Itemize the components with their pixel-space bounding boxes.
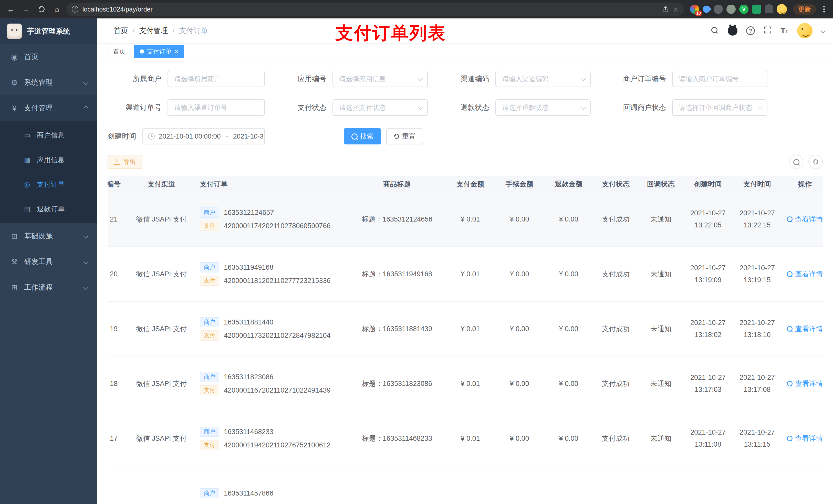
sidebar-item-merchant-info[interactable]: ▭ 商户信息 [0,123,97,147]
col-fee: 手续金额 [495,179,544,189]
sidebar-item-label: 工作流程 [24,283,53,292]
table-row[interactable]: 19 微信 JSAPI 支付 商户1635311881440 支付4200001… [108,302,823,357]
ext-green-v-icon[interactable]: V [739,5,748,14]
table-row-partial[interactable]: 商户1635311457866 [108,466,823,504]
breadcrumb-current: 支付订单 [179,26,208,35]
sidebar-item-label: 支付管理 [24,103,53,113]
filter-label: 退款状态 [428,103,495,113]
view-detail-label: 查看详情 [795,379,823,388]
site-info-icon[interactable]: i [72,6,78,13]
export-button[interactable]: 导出 [108,155,142,169]
sidebar-item-label: 研发工具 [24,257,53,267]
sidebar-item-pay-order[interactable]: ◎ 支付订单 [0,172,97,197]
view-detail-link[interactable]: 查看详情 [787,379,823,388]
document-icon: ▤ [23,205,32,213]
tab-pay-order[interactable]: 支付订单 × [134,45,184,58]
font-size-icon[interactable]: TT [781,27,788,34]
table-row[interactable]: 20 微信 JSAPI 支付 商户1635311949168 支付4200001… [108,247,823,302]
filter-label: 所属商户 [108,74,168,84]
filter-notify-status: 回调商户状态 [591,99,767,116]
view-detail-link[interactable]: 查看详情 [787,434,823,443]
search-icon[interactable] [711,27,719,34]
address-bar[interactable]: i localhost:1024/pay/order ☆ [67,3,684,16]
tab-close-icon[interactable]: × [175,48,178,55]
help-icon[interactable]: ? [746,26,755,35]
search-button[interactable]: 搜索 [344,128,381,144]
bookmark-star-icon[interactable]: ☆ [673,6,679,13]
view-detail-link[interactable]: 查看详情 [787,324,823,333]
merchant-select-input[interactable] [168,71,265,87]
page-title-annotation: 支付订单列表 [336,22,446,45]
table-row[interactable]: 18 微信 JSAPI 支付 商户1635311823086 支付4200001… [108,357,823,411]
orders-table: 编号 支付渠道 支付订单 商品标题 支付金额 手续金额 退款金额 支付状态 回调… [108,176,823,504]
app-logo[interactable]: 芋道管理系统 [0,19,97,44]
sidebar-item-refund-order[interactable]: ▤ 退款订单 [0,197,97,221]
url-text[interactable]: localhost:1024/pay/order [82,6,658,13]
pay-order-no: 4200001167202110271022491439 [224,386,330,394]
table-refresh-button[interactable] [808,155,823,169]
sidebar-item-system[interactable]: ⚙ 系统管理 [0,70,97,95]
cell-id: 21 [108,215,128,223]
browser-menu-icon[interactable] [823,8,825,10]
sidebar-item-label: 应用信息 [37,155,65,164]
card-icon: ▭ [23,131,32,139]
ext-olive-icon[interactable] [727,5,736,14]
channel-code-input[interactable] [495,71,591,87]
ext-gray-icon[interactable] [714,5,723,14]
table-search-toggle-button[interactable] [789,155,803,169]
avatar-dropdown-icon[interactable] [820,28,826,33]
cell-id: 17 [108,435,128,442]
tab-home[interactable]: 首页 [108,45,131,58]
target-icon: ◎ [23,181,32,189]
table-toolbar: 导出 [108,155,823,169]
fullscreen-icon[interactable] [764,26,772,36]
reload-glyph [39,6,45,12]
sidebar-item-infra[interactable]: ⊡ 基础设施 [0,223,97,249]
cell-created: 2021-10-2713:22:05 [684,207,733,232]
back-icon[interactable]: ← [5,4,16,15]
sidebar-item-app-info[interactable]: ▦ 应用信息 [0,147,97,172]
search-icon [787,216,792,222]
merchant-tag: 商户 [200,262,219,272]
sidebar-item-home[interactable]: ◉ 首页 [0,44,97,70]
github-icon[interactable] [728,26,737,35]
sidebar-item-workflow[interactable]: ⊞ 工作流程 [0,274,97,300]
share-icon[interactable] [662,6,669,13]
cell-refund: ¥ 0.00 [544,325,593,333]
merchant-order-no-input[interactable] [672,71,767,87]
header-actions: ? TT [711,23,825,39]
cell-title: 标题：1635311949168 [348,269,446,279]
ext-green-square-icon[interactable] [752,5,761,14]
col-refund: 退款金额 [544,179,593,189]
pay-status-select[interactable] [332,99,428,116]
extensions-puzzle-icon[interactable] [765,5,773,13]
view-detail-link[interactable]: 查看详情 [787,215,823,224]
app-select-input[interactable] [332,71,428,87]
table-row[interactable]: 21 微信 JSAPI 支付 商户1635312124657 支付4200001… [108,192,823,247]
breadcrumb-pay[interactable]: 支付管理 [139,26,168,35]
sidebar-item-devtools[interactable]: ⚒ 研发工具 [0,249,97,274]
refresh-icon [394,134,399,139]
ext-drop-icon[interactable] [701,4,712,14]
table-row[interactable]: 17 微信 JSAPI 支付 商户1635311468233 支付4200001… [108,411,823,466]
notify-status-select[interactable] [672,99,767,116]
reload-icon[interactable] [36,4,47,15]
sidebar-item-pay[interactable]: ¥ 支付管理 [0,95,97,121]
user-avatar[interactable] [797,23,812,39]
pay-order-line: 支付4200001174202110278060590766 [200,221,346,231]
cell-paid: 2021-10-2713:17:08 [733,371,782,396]
merchant-tag: 商户 [200,317,219,327]
profile-avatar-icon[interactable] [777,4,787,14]
view-detail-link[interactable]: 查看详情 [787,269,823,279]
cell-refund: ¥ 0.00 [544,270,593,278]
home-icon[interactable]: ⌂ [51,4,63,15]
monitor-icon: ⊡ [10,232,19,241]
refund-status-select[interactable] [495,99,591,116]
date-range-picker[interactable]: 2021-10-01 00:00:00 - 2021-10-31 23:59:5… [142,128,265,144]
breadcrumb-home[interactable]: 首页 [114,26,128,35]
forward-icon[interactable]: → [21,4,32,15]
reset-button[interactable]: 重置 [386,128,423,144]
browser-update-button[interactable]: 更新 [793,4,816,15]
ext-colorful-icon[interactable]: 10 [690,5,699,14]
channel-order-no-input[interactable] [168,99,265,116]
